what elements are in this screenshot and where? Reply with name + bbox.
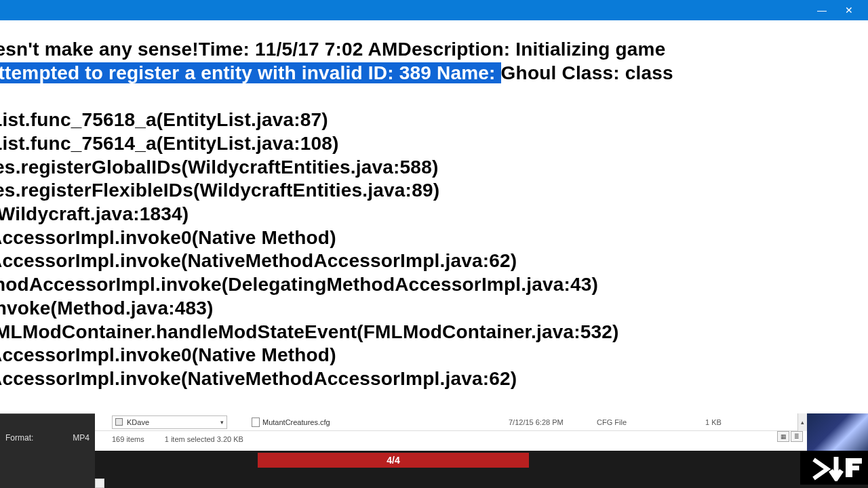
scroll-down-button[interactable] [95,479,104,488]
view-details-button[interactable]: ≣ [791,431,803,442]
crash-line: lect.NativeMethodAccessorImpl.invoke(Nat… [0,368,517,389]
crash-line: ecraft.entity.EntityList.func_75614_a(En… [0,133,339,154]
crash-line: aft.WildycraftEntities.registerFlexibleI… [0,180,439,201]
file-name-text: MutantCreatures.cfg [262,418,330,426]
view-thumbnails-button[interactable]: ▦ [777,431,789,442]
breadcrumb-bar[interactable]: KDave ▾ [112,415,227,429]
crash-line: ng.reflect.Method.invoke(Method.java:483… [0,298,214,319]
file-type: CFG File [597,418,627,426]
file-icon [252,418,260,427]
format-label: Format: [5,433,33,443]
view-toggle: ▦ ≣ [777,431,803,442]
file-explorer-window[interactable]: KDave ▾ MutantCreatures.cfg 7/12/15 6:28… [95,413,807,451]
logo-overlay [800,451,868,485]
crash-line: ecraft.entity.EntityList.func_75618_a(En… [0,109,328,130]
crash-line: lect.NativeMethodAccessorImpl.invoke0(Na… [0,227,336,248]
crash-line: aft.Wildycraft.load(Wildycraft.java:1834… [0,203,189,224]
crash-report-text[interactable]: Report —// This doesn't make any sense!T… [0,38,868,391]
status-item-count: 169 items [112,435,144,443]
format-row: Format: MP4 [5,433,90,443]
encoder-side-panel: Format: MP4 [0,413,95,488]
crash-line: lect.NativeMethodAccessorImpl.invoke(Nat… [0,250,517,271]
crash-line: lect.DelegatingMethodAccessorImpl.invoke… [0,274,598,295]
crash-line: Report —// This doesn't make any sense!T… [0,39,665,60]
arrow-logo-icon [810,454,865,481]
scroll-up-button[interactable]: ▴ [797,413,807,431]
format-value: MP4 [73,433,90,443]
crash-report-viewport[interactable]: Report —// This doesn't make any sense!T… [0,20,868,413]
chevron-down-icon[interactable]: ▾ [220,419,224,426]
file-date: 7/12/15 6:28 PM [509,418,564,426]
explorer-status-bar: 169 items 1 item selected 3.20 KB [95,431,807,447]
drive-icon [115,418,123,426]
status-selection: 1 item selected 3.20 KB [165,435,243,443]
thumbnail-strip [807,413,868,451]
crash-line: aft.WildycraftEntities.registerGlobalIDs… [0,157,438,178]
svg-rect-1 [846,458,862,464]
svg-rect-2 [846,466,859,470]
minimize-button[interactable]: — [808,3,835,18]
progress-bar: 4/4 [258,453,529,468]
crash-line-post: Ghoul Class: class [501,62,673,83]
window-titlebar: — ✕ [0,0,868,20]
crash-line: lect.NativeMethodAccessorImpl.invoke0(Na… [0,344,336,365]
selected-text[interactable]: Attempted to register a entity with inva… [0,62,501,83]
breadcrumb-text: KDave [127,418,149,426]
lower-overlay: Format: MP4 KDave ▾ MutantCreatures.cfg … [0,413,868,488]
close-button[interactable]: ✕ [835,3,863,18]
file-size: 1 KB [705,418,722,426]
crash-line: ods.fml.common.FMLModContainer.handleMod… [0,321,619,342]
progress-text: 4/4 [387,455,399,466]
explorer-header-row: KDave ▾ MutantCreatures.cfg 7/12/15 6:28… [95,413,807,431]
file-row[interactable]: MutantCreatures.cfg [252,418,330,427]
